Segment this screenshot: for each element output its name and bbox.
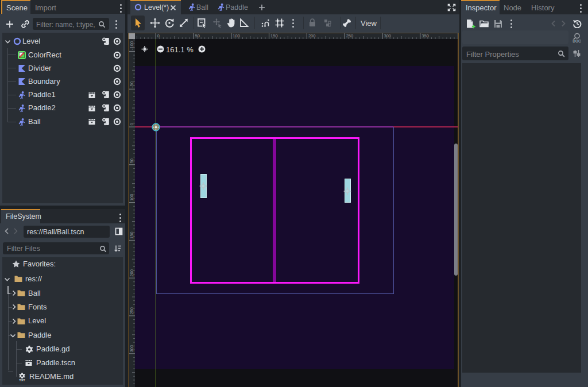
- svg-text:300: 300: [129, 345, 134, 353]
- svg-text:-100: -100: [129, 41, 134, 50]
- svg-text:150: 150: [129, 231, 134, 239]
- svg-text:0: 0: [157, 33, 160, 38]
- svg-text:200: 200: [129, 269, 134, 277]
- svg-text:DOC: DOC: [572, 39, 581, 43]
- svg-text:100: 100: [129, 194, 134, 202]
- svg-text:50: 50: [129, 158, 134, 163]
- svg-text:TXT: TXT: [19, 378, 25, 381]
- svg-text:-50: -50: [129, 82, 134, 88]
- svg-text:250: 250: [129, 307, 134, 315]
- svg-text:0: 0: [129, 123, 134, 125]
